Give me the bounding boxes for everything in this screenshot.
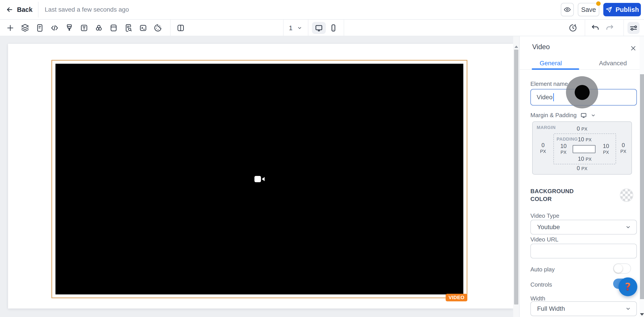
developer-console-button[interactable] [137,22,149,34]
editor-toolbar: 1 [0,20,644,36]
top-bar: Back Last saved a few seconds ago Save P… [0,0,644,20]
save-status-text: Last saved a few seconds ago [45,0,129,19]
background-color-label: BACKGROUND COLOR [530,187,584,203]
custom-code-button[interactable] [48,22,60,34]
desktop-view-button[interactable] [312,22,326,34]
element-name-input[interactable]: Video [530,89,637,106]
tab-advanced[interactable]: Advanced [582,57,644,69]
padding-top-value[interactable]: 10 PX [554,136,616,143]
close-icon [630,45,636,52]
toolbar-divider [585,20,585,36]
brush-icon [65,24,74,32]
canvas-scrollbar-thumb[interactable] [514,50,518,304]
undo-button[interactable] [589,22,601,34]
redo-icon [605,24,614,32]
selected-video-element[interactable]: VIDEO [52,60,467,298]
publish-label: Publish [616,6,639,14]
background-color-swatch[interactable] [620,188,633,202]
chevron-down-icon [297,25,302,31]
padding-bottom-value[interactable]: 10 PX [554,156,616,162]
margin-top-value[interactable]: 0 PX [533,126,632,132]
preview-button[interactable] [561,3,574,16]
padding-zone: PADDING 10 PX 10PX 10PX 10 PX [554,134,616,164]
desktop-icon [314,24,323,32]
add-icon [6,24,15,32]
split-view-button[interactable] [175,22,187,34]
cookie-settings-button[interactable] [152,22,164,34]
panel-scrollbar-thumb[interactable] [640,74,644,299]
video-url-input[interactable] [537,244,636,258]
margin-padding-label: Margin & Padding [530,112,577,119]
scroll-up-arrow-icon[interactable] [514,46,518,48]
unsaved-changes-badge [596,1,600,6]
redo-button[interactable] [604,22,616,34]
eye-icon [564,6,571,14]
margin-bottom-value[interactable]: 0 PX [533,165,632,172]
video-type-value: Youtube [537,224,560,231]
toggle-knob [614,264,622,273]
layers-icon [20,24,30,32]
shapes-icon [94,24,103,32]
forms-button[interactable] [122,22,134,34]
margin-padding-header[interactable]: Margin & Padding [530,112,596,119]
video-player-placeholder[interactable] [56,64,463,294]
shapes-button[interactable] [93,22,105,34]
page-selector-dropdown[interactable]: 1 [283,22,308,34]
text-icon [80,24,88,32]
panel-title: Video [532,43,550,51]
mobile-view-button[interactable] [327,22,340,34]
toolbar-divider [344,20,344,36]
active-tab-underline [532,68,579,70]
chevron-down-icon [625,306,631,312]
editor-canvas: VIDEO [0,36,519,317]
topbar-divider [38,2,38,18]
video-camera-icon [253,173,266,185]
layers-button[interactable] [19,22,31,34]
scroll-down-arrow-icon[interactable] [640,313,644,316]
arrow-left-icon [6,6,14,14]
code-icon [50,24,59,32]
width-select[interactable]: Full Width [530,301,637,316]
panel-scrollbar[interactable] [640,36,644,317]
margin-right-value[interactable]: 0PX [615,142,632,154]
page-content-button[interactable] [34,22,46,34]
text-element-button[interactable] [78,22,90,34]
save-button[interactable]: Save [578,3,599,16]
auto-play-label: Auto play [530,266,554,273]
history-button[interactable] [567,22,579,34]
padding-right-value[interactable]: 10PX [596,143,616,155]
content-box-field[interactable] [573,145,596,153]
video-type-select[interactable]: Youtube [530,220,637,234]
undo-icon [591,24,600,32]
cookie-icon [154,24,162,32]
page-surface[interactable]: VIDEO [8,44,513,308]
element-name-value: Video [537,94,552,101]
design-brush-button[interactable] [63,22,75,34]
toolbar-divider [308,20,308,36]
chevron-down-icon[interactable] [590,113,596,118]
close-panel-button[interactable] [628,43,638,53]
help-button[interactable]: ? [618,278,637,296]
page-number: 1 [289,24,292,32]
add-element-button[interactable] [4,22,16,34]
panel-tabs: General Advanced [520,57,644,70]
back-label: Back [17,6,32,14]
back-button[interactable]: Back [6,0,32,19]
controls-label: Controls [530,281,552,288]
auto-play-toggle[interactable] [613,263,631,274]
terminal-icon [139,24,148,32]
tab-general[interactable]: General [520,57,582,69]
settings-panel-button[interactable] [628,22,640,34]
margin-padding-diagram: MARGIN 0 PX 0PX 0PX 0 PX PADDING 10 PX 1… [532,122,632,174]
width-label: Width [530,295,545,302]
device-monitor-icon [580,112,587,119]
text-cursor [553,93,554,101]
chevron-down-icon [625,224,631,230]
canvas-scrollbar[interactable] [513,36,519,317]
toolbar-divider [170,20,170,36]
publish-button[interactable]: Publish [603,3,641,16]
element-name-label: Element name [530,80,568,88]
padding-left-value[interactable]: 10PX [554,143,573,155]
margin-left-value[interactable]: 0PX [533,142,554,154]
sections-button[interactable] [108,22,120,34]
